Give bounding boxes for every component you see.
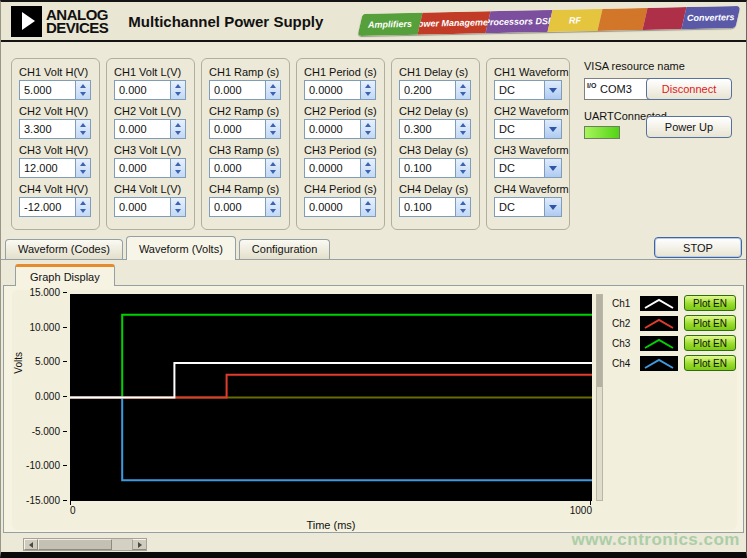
spinner-value[interactable]: 0.200 <box>400 81 455 99</box>
ch1-volt-l-input[interactable]: 0.000 <box>114 80 186 100</box>
plot-area[interactable] <box>70 294 592 501</box>
field-label: CH2 Delay (s) <box>399 105 472 117</box>
spinner-value[interactable]: 0.000 <box>115 198 170 216</box>
legend-swatch[interactable] <box>640 356 678 371</box>
chevron-down-icon[interactable] <box>544 120 561 138</box>
spinner-arrows-icon[interactable] <box>170 198 185 216</box>
ch2-plot-enable-button[interactable]: Plot EN <box>684 315 736 331</box>
horizontal-scrollbar[interactable] <box>23 538 147 551</box>
ch1-delay-input[interactable]: 0.200 <box>399 80 471 100</box>
spinner-arrows-icon[interactable] <box>455 81 470 99</box>
spinner-value[interactable]: 0.000 <box>115 81 170 99</box>
spinner-arrows-icon[interactable] <box>360 198 375 216</box>
spinner-value[interactable]: 0.0000 <box>305 159 360 177</box>
ch4-volt-l-input[interactable]: 0.000 <box>114 197 186 217</box>
ch2-period-input[interactable]: 0.0000 <box>304 119 376 139</box>
legend-swatch[interactable] <box>640 296 678 311</box>
scroll-right-button[interactable] <box>132 539 146 550</box>
ch4-ramp-input[interactable]: 0.000 <box>209 197 281 217</box>
ch4-delay-input[interactable]: 0.100 <box>399 197 471 217</box>
combo-value[interactable]: DC <box>495 198 544 216</box>
spinner-value[interactable]: 0.100 <box>400 198 455 216</box>
ch1-ramp-input[interactable]: 0.000 <box>209 80 281 100</box>
stop-button[interactable]: STOP <box>654 237 742 258</box>
ch3-delay-input[interactable]: 0.100 <box>399 158 471 178</box>
spinner-arrows-icon[interactable] <box>455 120 470 138</box>
ch3-volt-l-input[interactable]: 0.000 <box>114 158 186 178</box>
ch2-waveform-select[interactable]: DC <box>494 119 562 139</box>
chevron-down-icon[interactable] <box>544 198 561 216</box>
ch2-delay-input[interactable]: 0.300 <box>399 119 471 139</box>
ch1-period-input[interactable]: 0.0000 <box>304 80 376 100</box>
spinner-arrows-icon[interactable] <box>75 198 90 216</box>
plot-vertical-scrollbar[interactable] <box>596 294 603 501</box>
spinner-arrows-icon[interactable] <box>265 81 280 99</box>
spinner-value[interactable]: 0.0000 <box>305 198 360 216</box>
spinner-value[interactable]: 12.000 <box>20 159 75 177</box>
disconnect-button[interactable]: Disconnect <box>646 78 732 100</box>
ch1-plot-enable-button[interactable]: Plot EN <box>684 295 736 311</box>
power-up-button[interactable]: Power Up <box>646 116 732 138</box>
scroll-left-button[interactable] <box>24 539 38 550</box>
spinner-value[interactable]: 0.000 <box>210 120 265 138</box>
field-label: CH4 Ramp (s) <box>209 183 282 195</box>
spinner-value[interactable]: 0.000 <box>210 159 265 177</box>
visa-resource-label: VISA resource name <box>584 60 685 72</box>
spinner-value[interactable]: 0.0000 <box>305 81 360 99</box>
ch3-volt-h-input[interactable]: 12.000 <box>19 158 91 178</box>
spinner-arrows-icon[interactable] <box>170 120 185 138</box>
spinner-value[interactable]: -12.000 <box>20 198 75 216</box>
spinner-arrows-icon[interactable] <box>360 159 375 177</box>
ch3-ramp-input[interactable]: 0.000 <box>209 158 281 178</box>
spinner-arrows-icon[interactable] <box>170 159 185 177</box>
spinner-value[interactable]: 0.300 <box>400 120 455 138</box>
tab-configuration[interactable]: Configuration <box>239 239 330 259</box>
combo-value[interactable]: DC <box>495 81 544 99</box>
ch4-waveform-select[interactable]: DC <box>494 197 562 217</box>
tab-content: Graph Display Volts 15.000 10.000 5.000 … <box>1 260 746 552</box>
legend-swatch[interactable] <box>640 336 678 351</box>
ch1-waveform-select[interactable]: DC <box>494 80 562 100</box>
spinner-arrows-icon[interactable] <box>360 81 375 99</box>
spinner-arrows-icon[interactable] <box>360 120 375 138</box>
tab-graph-display[interactable]: Graph Display <box>15 264 115 286</box>
spinner-arrows-icon[interactable] <box>75 81 90 99</box>
ch3-waveform-select[interactable]: DC <box>494 158 562 178</box>
ch3-period-input[interactable]: 0.0000 <box>304 158 376 178</box>
ch1-volt-h-input[interactable]: 5.000 <box>19 80 91 100</box>
spinner-arrows-icon[interactable] <box>170 81 185 99</box>
spinner-value[interactable]: 0.100 <box>400 159 455 177</box>
spinner-value[interactable]: 0.0000 <box>305 120 360 138</box>
spinner-value[interactable]: 3.300 <box>20 120 75 138</box>
spinner-arrows-icon[interactable] <box>265 120 280 138</box>
combo-value[interactable]: DC <box>495 120 544 138</box>
ch3-plot-enable-button[interactable]: Plot EN <box>684 335 736 351</box>
spinner-arrows-icon[interactable] <box>455 198 470 216</box>
spinner-value[interactable]: 0.000 <box>210 81 265 99</box>
spinner-arrows-icon[interactable] <box>455 159 470 177</box>
legend-swatch[interactable] <box>640 316 678 331</box>
ch2-volt-h-input[interactable]: 3.300 <box>19 119 91 139</box>
tab-waveform-codes[interactable]: Waveform (Codes) <box>5 239 123 259</box>
spinner-value[interactable]: 0.000 <box>210 198 265 216</box>
combo-value[interactable]: DC <box>495 159 544 177</box>
scrollbar-thumb[interactable] <box>597 295 602 387</box>
tab-waveform-volts[interactable]: Waveform (Volts) <box>126 236 236 260</box>
spinner-arrows-icon[interactable] <box>75 159 90 177</box>
ch4-period-input[interactable]: 0.0000 <box>304 197 376 217</box>
y-tick-label: 5.000 <box>35 356 60 367</box>
chevron-down-icon[interactable] <box>544 159 561 177</box>
spinner-value[interactable]: 5.000 <box>20 81 75 99</box>
ch4-plot-enable-button[interactable]: Plot EN <box>684 355 736 371</box>
legend-row: Ch4 Plot EN <box>612 353 736 373</box>
spinner-value[interactable]: 0.000 <box>115 120 170 138</box>
ch2-ramp-input[interactable]: 0.000 <box>209 119 281 139</box>
scrollbar-thumb[interactable] <box>38 539 112 550</box>
spinner-value[interactable]: 0.000 <box>115 159 170 177</box>
chevron-down-icon[interactable] <box>544 81 561 99</box>
spinner-arrows-icon[interactable] <box>265 198 280 216</box>
ch2-volt-l-input[interactable]: 0.000 <box>114 119 186 139</box>
ch4-volt-h-input[interactable]: -12.000 <box>19 197 91 217</box>
spinner-arrows-icon[interactable] <box>265 159 280 177</box>
spinner-arrows-icon[interactable] <box>75 120 90 138</box>
